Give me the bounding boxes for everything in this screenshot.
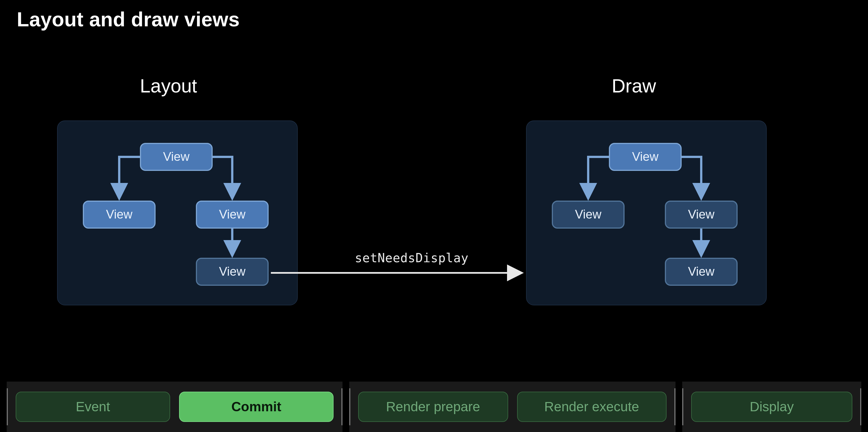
draw-right-child-node: View — [665, 258, 738, 286]
draw-root-node: View — [609, 143, 682, 171]
stage-event: Event — [16, 392, 170, 422]
stage-display: Display — [691, 392, 852, 422]
pipeline-bar: Event Commit Render prepare Render execu… — [0, 381, 868, 432]
slide-title: Layout and draw views — [17, 8, 240, 31]
pipeline-group-render: Render prepare Render execute — [349, 381, 676, 432]
stage-commit: Commit — [179, 392, 334, 422]
draw-section-label: Draw — [612, 75, 656, 97]
draw-right-node: View — [665, 201, 738, 229]
layout-root-node: View — [140, 143, 213, 171]
pipeline-group-display: Display — [682, 381, 861, 432]
layout-right-node: View — [196, 201, 269, 229]
annotation-text: setNeedsDisplay — [355, 251, 468, 265]
draw-left-node: View — [552, 201, 625, 229]
layout-left-node: View — [83, 201, 156, 229]
stage-render-execute: Render execute — [517, 392, 666, 422]
layout-right-child-node: View — [196, 258, 269, 286]
pipeline-group-app: Event Commit — [7, 381, 342, 432]
stage-render-prepare: Render prepare — [358, 392, 508, 422]
layout-section-label: Layout — [140, 75, 197, 97]
